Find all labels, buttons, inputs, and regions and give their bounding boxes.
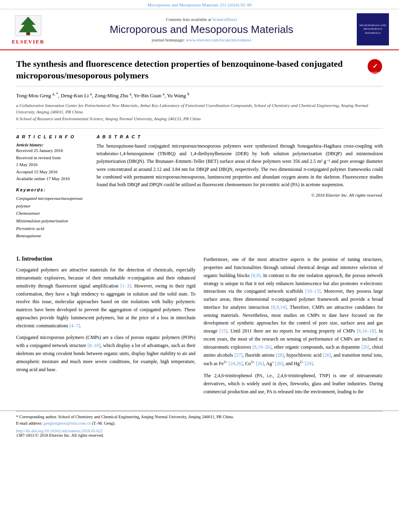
abstract-panel: A B S T R A C T The benzoquinone-based c… (97, 134, 383, 240)
contents-available-text: Contents lists available at ScienceDirec… (56, 17, 347, 22)
affiliation-a: a Collaborative Innovation Center for Pe… (16, 102, 383, 115)
ref-26b[interactable]: [26] (323, 352, 331, 358)
ref-4-7[interactable]: [4–7] (70, 323, 80, 329)
ref-28[interactable]: [28] (276, 352, 284, 358)
svg-rect-2 (26, 32, 30, 35)
ref-26d[interactable]: [26] (275, 361, 283, 366)
elsevier-wordmark: ELSEVIER (12, 39, 45, 45)
svg-text:CrossMark: CrossMark (370, 71, 380, 73)
online-date: Available online 17 May 2016 (16, 175, 88, 183)
affiliation-b: b School of Resource and Environmental S… (16, 115, 383, 122)
keyword-2: Chemosensor (16, 210, 88, 217)
revised-date: 1 May 2016 (16, 161, 88, 168)
article-title-text: The synthesis and fluorescence detection… (16, 58, 363, 81)
journal-logo-text: MICROPOROUS AND MESOPOROUS MATERIALS (358, 24, 387, 35)
ref-26a[interactable]: [26] (361, 344, 369, 350)
history-label: Article history: (16, 142, 88, 147)
authors-text: Tong-Mou Geng a, *, Deng-Kun Li a, Zong-… (16, 92, 189, 99)
accepted-date: Accepted 15 May 2016 (16, 168, 88, 176)
two-column-layout: 1. Introduction Conjugated polymers are … (16, 256, 383, 400)
copyright-text: © 2016 Elsevier Inc. All rights reserved… (97, 193, 383, 197)
journal-citation-bar: Microporous and Mesoporous Materials 231… (0, 0, 399, 9)
article-info-heading: A R T I C L E I N F O (16, 134, 88, 139)
journal-logo-right: MICROPOROUS AND MESOPOROUS MATERIALS (355, 13, 391, 45)
keywords-heading: Keywords: (16, 187, 88, 192)
ref-24-26a[interactable]: [24,26] (229, 361, 243, 366)
elsevier-tree-icon (12, 14, 44, 38)
journal-title-block: Contents lists available at ScienceDirec… (48, 17, 355, 42)
article-title-row: The synthesis and fluorescence detection… (16, 58, 383, 86)
left-column: 1. Introduction Conjugated polymers are … (16, 256, 195, 400)
intro-paragraph-2: Conjugated microporous polymers (CMPs) a… (16, 334, 195, 374)
abstract-heading: A B S T R A C T (97, 134, 383, 139)
crossmark-badge: ✓ CrossMark (367, 58, 383, 74)
keyword-4: Picronitric acid (16, 225, 88, 232)
svg-text:✓: ✓ (372, 63, 378, 70)
elsevier-logo-block: ELSEVIER (8, 14, 48, 45)
journal-homepage: journal homepage: www.elsevier.com/locat… (56, 37, 347, 42)
affiliations-block: a Collaborative Innovation Center for Pe… (16, 102, 383, 122)
corresponding-author-note: * Corresponding author. School of Chemis… (16, 414, 383, 421)
journal-main-title: Microporous and Mesoporous Materials (56, 23, 347, 36)
ref-8-10[interactable]: [8–10] (88, 343, 101, 348)
ref-8-16-18[interactable]: [8,16–18] (357, 328, 376, 334)
journal-citation-text: Microporous and Mesoporous Materials 231… (148, 2, 251, 7)
footnote-section: * Corresponding author. School of Chemis… (0, 411, 399, 442)
doi-link[interactable]: http://dx.doi.org/10.1016/j.micromeso.20… (16, 429, 383, 433)
homepage-link[interactable]: www.elsevier.com/locate/micromeso (186, 37, 251, 42)
journal-logo-image: MICROPOROUS AND MESOPOROUS MATERIALS (357, 13, 389, 45)
received-date: Received 25 January 2016 (16, 147, 88, 154)
journal-header: ELSEVIER Contents lists available at Sci… (0, 9, 399, 50)
right-paragraph-2: The 2,4,6-trinitrophenol (PA, i.e., 2,4,… (204, 372, 383, 396)
keywords-block: Keywords: Conjugated microporous/mesopor… (16, 187, 88, 240)
right-column: Furthermore, one of the most attractive … (204, 256, 383, 400)
ref-26c[interactable]: [26] (256, 361, 264, 366)
article-header-section: The synthesis and fluorescence detection… (0, 50, 399, 248)
introduction-heading: 1. Introduction (16, 256, 195, 262)
article-info-panel: A R T I C L E I N F O Article history: R… (16, 134, 88, 240)
ref-8-9-14[interactable]: [8,9,14] (271, 304, 286, 310)
right-paragraph-1: Furthermore, one of the most attractive … (204, 256, 383, 368)
sciencedirect-link[interactable]: ScienceDirect (212, 17, 237, 22)
main-content-section: 1. Introduction Conjugated polymers are … (0, 248, 399, 404)
ref-8-19-26[interactable]: [8,19–26] (253, 344, 271, 350)
abstract-text: The benzoquinone-based conjugated microp… (97, 142, 383, 189)
ref-15[interactable]: [15] (219, 328, 227, 334)
revised-label: Received in revised form (16, 154, 88, 162)
rights-text: 1387-1811/© 2016 Elsevier Inc. All right… (16, 433, 383, 438)
email-link[interactable]: gengtongmou@sina.com.cn (43, 421, 91, 425)
keyword-1: Conjugated microporous/mesoporous polyme… (16, 195, 88, 210)
ref-1-3[interactable]: [1–3] (121, 283, 131, 289)
ref-27[interactable]: [27] (234, 352, 243, 358)
ref-8-9[interactable]: [8,9] (251, 273, 260, 278)
authors-line: Tong-Mou Geng a, *, Deng-Kun Li a, Zong-… (16, 91, 383, 99)
email-line: E-mail address: gengtongmou@sina.com.cn … (16, 420, 383, 427)
keyword-5: Benzoquinone (16, 232, 88, 240)
ref-29[interactable]: [29] (305, 361, 313, 366)
article-history-block: Article history: Received 25 January 201… (16, 142, 88, 183)
keyword-3: Miniemulsion polymerization (16, 217, 88, 225)
article-body-section: A R T I C L E I N F O Article history: R… (16, 128, 383, 240)
intro-paragraph-1: Conjugated polymers are attractive mater… (16, 266, 195, 330)
ref-10-13[interactable]: [10–13] (305, 288, 321, 294)
